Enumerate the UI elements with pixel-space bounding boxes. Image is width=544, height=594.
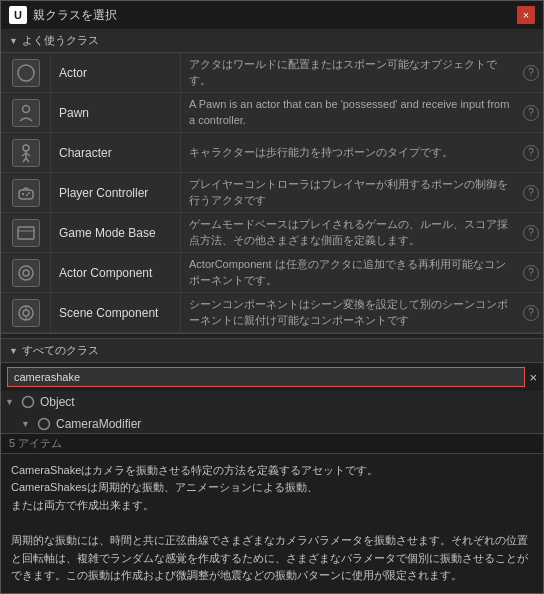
player-controller-help-icon[interactable]: ? xyxy=(523,185,539,201)
svg-point-12 xyxy=(28,192,30,194)
common-classes-section: ▼ よく使うクラス Actor アクタはワールドに配置またはスポーン可能なオブジ… xyxy=(1,29,543,333)
object-item-name: Object xyxy=(40,395,75,409)
svg-rect-8 xyxy=(19,190,33,199)
scene-component-help-icon[interactable]: ? xyxy=(523,305,539,321)
class-item-actor[interactable]: Actor アクタはワールドに配置またはスポーン可能なオブジェクトです。 ? xyxy=(1,53,543,93)
pawn-help-icon[interactable]: ? xyxy=(523,105,539,121)
actor-help-col: ? xyxy=(519,53,543,92)
svg-rect-14 xyxy=(18,227,34,239)
all-classes-title: すべてのクラス xyxy=(22,343,99,358)
all-classes-arrow: ▼ xyxy=(9,346,18,356)
window-title: 親クラスを選択 xyxy=(33,7,117,24)
search-clear-button[interactable]: × xyxy=(529,370,537,385)
search-input[interactable] xyxy=(7,367,525,387)
class-tree[interactable]: ▼ Object ▼ CameraModifier ▶ Cam xyxy=(1,391,543,433)
svg-line-7 xyxy=(26,158,29,162)
all-classes-header: ▼ すべてのクラス xyxy=(1,339,543,363)
class-item-pawn[interactable]: Pawn A Pawn is an actor that can be 'pos… xyxy=(1,93,543,133)
svg-point-17 xyxy=(23,270,29,276)
scene-component-help-col: ? xyxy=(519,293,543,332)
camera-modifier-item-name: CameraModifier xyxy=(56,417,141,431)
game-mode-name-col: Game Mode Base xyxy=(51,213,181,252)
actor-component-desc-col: ActorComponent は任意のアクタに追加できる再利用可能なコンポーネン… xyxy=(181,253,519,292)
pawn-help-col: ? xyxy=(519,93,543,132)
character-help-icon[interactable]: ? xyxy=(523,145,539,161)
svg-point-23 xyxy=(39,419,50,430)
actor-icon-col xyxy=(1,53,51,92)
title-bar-left: U 親クラスを選択 xyxy=(9,6,117,24)
class-item-scene-component[interactable]: Scene Component シーンコンポーネントはシーン変換を設定して別のシ… xyxy=(1,293,543,333)
common-classes-arrow: ▼ xyxy=(9,36,18,46)
character-desc-col: キャラクターは歩行能力を持つポーンのタイプです。 xyxy=(181,133,519,172)
object-tree-icon xyxy=(19,393,37,411)
scene-component-icon-col xyxy=(1,293,51,332)
class-item-character[interactable]: Character キャラクターは歩行能力を持つポーンのタイプです。 ? xyxy=(1,133,543,173)
actor-component-name: Actor Component xyxy=(59,266,152,280)
player-controller-help-col: ? xyxy=(519,173,543,212)
game-mode-desc: ゲームモードベースはプレイされるゲームの、ルール、スコア採点方法、その他さまざま… xyxy=(189,217,511,248)
scene-component-name: Scene Component xyxy=(59,306,158,320)
class-item-actor-component[interactable]: Actor Component ActorComponent は任意のアクタに追… xyxy=(1,253,543,293)
camera-modifier-tree-icon xyxy=(35,415,53,433)
character-icon-col xyxy=(1,133,51,172)
tooltip-text: CameraShakeはカメラを振動させる特定の方法を定義するアセットです。 C… xyxy=(11,462,533,585)
game-mode-help-icon[interactable]: ? xyxy=(523,225,539,241)
all-classes-section: ▼ すべてのクラス × ▼ Object ▼ CameraModifie xyxy=(1,339,543,593)
svg-point-0 xyxy=(18,65,34,81)
camera-modifier-tree-arrow: ▼ xyxy=(21,419,35,429)
svg-point-19 xyxy=(23,310,29,316)
common-class-list: Actor アクタはワールドに配置またはスポーン可能なオブジェクトです。 ? xyxy=(1,53,543,333)
pawn-icon xyxy=(12,99,40,127)
ue-logo: U xyxy=(9,6,27,24)
actor-component-name-col: Actor Component xyxy=(51,253,181,292)
search-bar: × xyxy=(1,363,543,391)
pawn-desc: A Pawn is an actor that can be 'possesse… xyxy=(189,97,511,128)
player-controller-name: Player Controller xyxy=(59,186,148,200)
status-bar: 5 アイテム xyxy=(1,433,543,453)
scene-component-desc: シーンコンポーネントはシーン変換を設定して別のシーンコンポーネントに親付け可能な… xyxy=(189,297,511,328)
actor-desc-col: アクタはワールドに配置またはスポーン可能なオブジェクトです。 xyxy=(181,53,519,92)
actor-component-icon-col xyxy=(1,253,51,292)
scene-component-name-col: Scene Component xyxy=(51,293,181,332)
game-mode-name: Game Mode Base xyxy=(59,226,156,240)
svg-point-2 xyxy=(23,145,29,151)
game-mode-icon xyxy=(12,219,40,247)
svg-point-13 xyxy=(26,194,28,196)
close-button[interactable]: × xyxy=(517,6,535,24)
pawn-desc-col: A Pawn is an actor that can be 'possesse… xyxy=(181,93,519,132)
character-name: Character xyxy=(59,146,112,160)
tooltip-area: CameraShakeはカメラを振動させる特定の方法を定義するアセットです。 C… xyxy=(1,453,543,593)
actor-name-col: Actor xyxy=(51,53,181,92)
svg-point-22 xyxy=(23,397,34,408)
class-item-player-controller[interactable]: Player Controller プレイヤーコントローラはプレイヤーが利用する… xyxy=(1,173,543,213)
character-name-col: Character xyxy=(51,133,181,172)
pawn-name: Pawn xyxy=(59,106,89,120)
actor-component-help-icon[interactable]: ? xyxy=(523,265,539,281)
player-controller-desc: プレイヤーコントローラはプレイヤーが利用するポーンの制御を行うアクタです xyxy=(189,177,511,208)
scene-component-desc-col: シーンコンポーネントはシーン変換を設定して別のシーンコンポーネントに親付け可能な… xyxy=(181,293,519,332)
actor-icon xyxy=(12,59,40,87)
main-window: U 親クラスを選択 × ▼ よく使うクラス Actor xyxy=(0,0,544,594)
game-mode-help-col: ? xyxy=(519,213,543,252)
class-item-game-mode[interactable]: Game Mode Base ゲームモードベースはプレイされるゲームの、ルール、… xyxy=(1,213,543,253)
scene-component-icon xyxy=(12,299,40,327)
actor-help-icon[interactable]: ? xyxy=(523,65,539,81)
player-controller-icon-col xyxy=(1,173,51,212)
player-controller-name-col: Player Controller xyxy=(51,173,181,212)
actor-component-icon xyxy=(12,259,40,287)
actor-component-desc: ActorComponent は任意のアクタに追加できる再利用可能なコンポーネン… xyxy=(189,257,511,288)
svg-point-16 xyxy=(19,266,33,280)
actor-desc: アクタはワールドに配置またはスポーン可能なオブジェクトです。 xyxy=(189,57,511,88)
character-icon xyxy=(12,139,40,167)
object-tree-arrow: ▼ xyxy=(5,397,19,407)
tree-item-object[interactable]: ▼ Object xyxy=(1,391,543,413)
tree-item-camera-modifier[interactable]: ▼ CameraModifier xyxy=(1,413,543,433)
game-mode-icon-col xyxy=(1,213,51,252)
svg-point-1 xyxy=(22,105,29,112)
character-help-col: ? xyxy=(519,133,543,172)
item-count: 5 アイテム xyxy=(9,436,62,451)
player-controller-icon xyxy=(12,179,40,207)
title-bar: U 親クラスを選択 × xyxy=(1,1,543,29)
character-desc: キャラクターは歩行能力を持つポーンのタイプです。 xyxy=(189,145,453,160)
common-classes-title: よく使うクラス xyxy=(22,33,99,48)
